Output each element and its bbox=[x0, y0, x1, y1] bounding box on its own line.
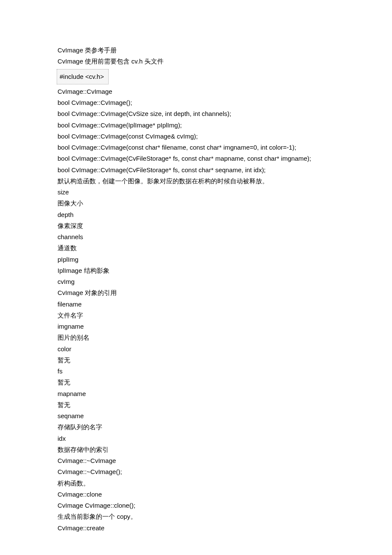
dtor-description: 析构函数。 bbox=[58, 478, 337, 489]
ctor-signature: bool CvImage::CvImage(IplImage* pIplImg)… bbox=[58, 120, 337, 131]
ctor-signature: bool CvImage::CvImage(const CvImage& cvI… bbox=[58, 131, 337, 142]
param-name: channels bbox=[58, 231, 337, 243]
ctor-signature: bool CvImage::CvImage(CvFileStorage* fs,… bbox=[58, 153, 337, 164]
param-name: seqname bbox=[58, 410, 337, 422]
clone-signature: CvImage CvImage::clone(); bbox=[58, 500, 337, 511]
param-desc: 暂无 bbox=[58, 377, 337, 388]
intro-text: CvImage 使用前需要包含 cv.h 头文件 bbox=[58, 56, 337, 67]
param-desc: 存储队列的名字 bbox=[58, 422, 337, 433]
dtor-signature: CvImage::~CvImage(); bbox=[58, 466, 337, 477]
param-name: imgname bbox=[58, 321, 337, 332]
param-name: pIplImg bbox=[58, 254, 337, 265]
param-desc: CvImage 对象的引用 bbox=[58, 287, 337, 298]
include-code: #include <cv.h> bbox=[60, 73, 104, 80]
param-desc: 数据存储中的索引 bbox=[58, 444, 337, 455]
param-name: idx bbox=[58, 433, 337, 444]
param-desc: 图片的别名 bbox=[58, 332, 337, 343]
ctor-signature: bool CvImage::CvImage(); bbox=[58, 97, 337, 108]
param-desc: 暂无 bbox=[58, 399, 337, 410]
ctor-signature: bool CvImage::CvImage(CvFileStorage* fs,… bbox=[58, 165, 337, 176]
create-heading: CvImage::create bbox=[58, 523, 337, 534]
param-name: size bbox=[58, 187, 337, 198]
param-name: color bbox=[58, 344, 337, 355]
param-desc: 暂无 bbox=[58, 355, 337, 366]
page-title: CvImage 类参考手册 bbox=[58, 45, 337, 56]
ctor-signature: bool CvImage::CvImage(CvSize size, int d… bbox=[58, 108, 337, 119]
ctor-heading: CvImage::CvImage bbox=[58, 86, 337, 97]
clone-description: 生成当前影象的一个 copy。 bbox=[58, 511, 337, 522]
param-name: filename bbox=[58, 299, 337, 310]
ctor-description: 默认构造函数，创建一个图像。影象对应的数据在析构的时候自动被释放。 bbox=[58, 176, 337, 187]
ctor-signature: bool CvImage::CvImage(const char* filena… bbox=[58, 142, 337, 153]
param-desc: 通道数 bbox=[58, 243, 337, 254]
document-page: CvImage 类参考手册 CvImage 使用前需要包含 cv.h 头文件 #… bbox=[0, 0, 392, 555]
param-name: fs bbox=[58, 366, 337, 377]
param-name: depth bbox=[58, 209, 337, 220]
param-name: mapname bbox=[58, 388, 337, 399]
param-desc: 文件名字 bbox=[58, 310, 337, 321]
param-name: cvImg bbox=[58, 276, 337, 287]
param-desc: 像素深度 bbox=[58, 220, 337, 231]
include-code-box: #include <cv.h> bbox=[57, 69, 109, 84]
param-desc: 图像大小 bbox=[58, 198, 337, 209]
param-desc: IplImage 结构影象 bbox=[58, 265, 337, 276]
clone-heading: CvImage::clone bbox=[58, 489, 337, 500]
dtor-heading: CvImage::~CvImage bbox=[58, 455, 337, 466]
